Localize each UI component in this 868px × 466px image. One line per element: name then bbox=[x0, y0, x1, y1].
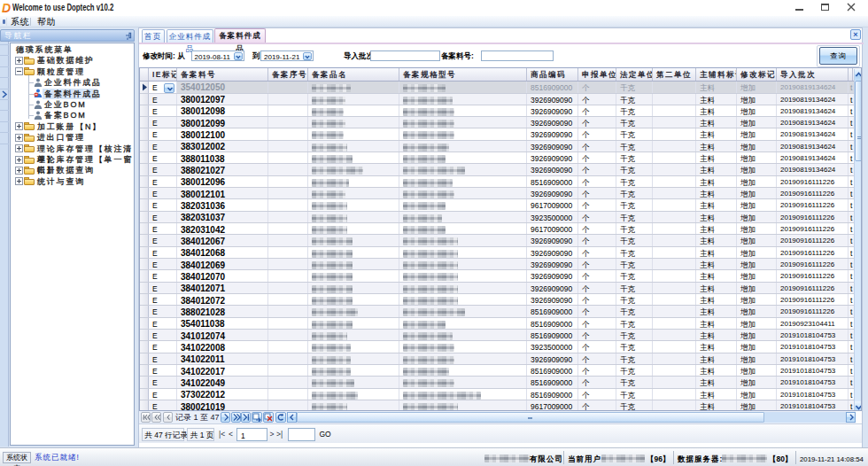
svg-text:D: D bbox=[2, 1, 11, 14]
